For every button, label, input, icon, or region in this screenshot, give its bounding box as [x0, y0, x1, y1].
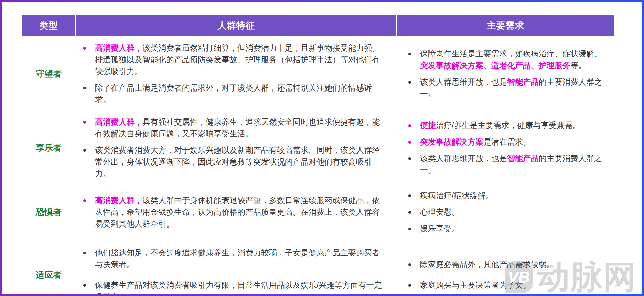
text-segment: 疾病治疗/症状缓解。 — [420, 191, 493, 200]
table-row: 恐惧者高消费人群，该类人群由于身体机能衰退较严重，多数日常连续服药或保健品，依从… — [22, 184, 614, 240]
bullet-item: 该类人群思维开放，也是智能产品的主要消费人群之一。 — [406, 76, 611, 99]
text-segment: 智能产品 — [507, 154, 539, 163]
text-segment: 他们豁达知足，不会过度追求健康养生，消费力较弱，子女是健康产品主要购买者与决策者… — [95, 248, 380, 269]
bullet-item: 保健养生产品对该类消费者吸引力有限，日常生活用品以及娱乐/兴趣等方面有一定吸引力… — [80, 279, 390, 294]
bullet-text: 除了在产品上满足消费者的需求外，对于该类人群，还需特别关注她们的情感诉求。 — [95, 82, 385, 105]
needs-cell: 除家庭必需品外，其他产品需求较弱。家庭购买与主要决策者为子女。 — [396, 240, 614, 294]
text-segment: 该类人群思维开放，也是 — [420, 154, 507, 163]
row-type-label: 享乐者 — [36, 142, 62, 154]
bullet-item: 保障老年生活是主要需求，如疾病治疗、症状缓解、突发事故解决方案、适老化产品、护理… — [406, 48, 611, 71]
bullet-item: 该类消费者消费大方，对于娱乐兴趣以及新潮产品有较高需求。同时，该类人群经常外出，… — [80, 144, 390, 179]
bullet-item: 娱乐享受。 — [406, 223, 611, 234]
bullet-text: 除家庭必需品外，其他产品需求较弱。 — [420, 258, 604, 270]
bullet-icon — [83, 47, 86, 50]
bullet-item: 疾病治疗/症状缓解。 — [406, 190, 611, 201]
text-segment: 保障老年生活是主要需求，如疾病治疗、症状缓解、 — [420, 49, 602, 58]
row-type-label: 守望者 — [36, 68, 62, 80]
bullet-item: 家庭购买与主要决策者为子女。 — [406, 279, 611, 291]
header-cell-needs: 主要需求 — [396, 15, 614, 36]
text-segment: 除了在产品上满足消费者的需求外，对于该类人群，还需特别关注她们的情感诉求。 — [95, 83, 372, 104]
table-header-row: 类型 人群特征 主要需求 — [22, 15, 614, 36]
bullet-text: 保障老年生活是主要需求，如疾病治疗、症状缓解、突发事故解决方案、适老化产品、护理… — [420, 48, 604, 71]
bullet-icon — [83, 252, 86, 254]
bullet-icon — [408, 284, 411, 287]
header-cell-type: 类型 — [22, 15, 75, 36]
bullet-icon — [408, 228, 411, 230]
text-segment: 智能产品 — [507, 77, 539, 86]
consumer-type-table: 类型 人群特征 主要需求 守望者高消费人群，该类消费者虽然精打细算，但消费潜力十… — [22, 15, 614, 294]
traits-cell: 他们豁达知足，不会过度追求健康养生，消费力较弱，子女是健康产品主要购买者与决策者… — [75, 240, 396, 294]
bullet-item: 除家庭必需品外，其他产品需求较弱。 — [406, 258, 611, 270]
row-type-label: 恐惧者 — [36, 207, 62, 218]
bullet-icon — [83, 87, 86, 89]
bullet-text: 娱乐享受。 — [420, 223, 604, 234]
bullet-item: 该类人群思维开放，也是智能产品的主要消费人群之一。 — [406, 152, 611, 176]
bullet-icon — [83, 149, 86, 152]
bullet-icon — [408, 157, 411, 160]
text-segment: 除家庭必需品外，其他产品需求较弱。 — [420, 260, 555, 269]
bullet-text: 该类消费者消费大方，对于娱乐兴趣以及新潮产品有较高需求。同时，该类人群经常外出，… — [95, 144, 385, 179]
bullet-text: 疾病治疗/症状缓解。 — [420, 190, 604, 201]
needs-cell: 保障老年生活是主要需求，如疾病治疗、症状缓解、突发事故解决方案、适老化产品、护理… — [396, 36, 614, 111]
text-segment: 突发事故解决方案、适老化产品、护理服务 — [420, 61, 570, 70]
row-type-label: 适应者 — [36, 269, 62, 281]
bullet-text: 该类人群思维开放，也是智能产品的主要消费人群之一。 — [420, 76, 604, 99]
text-segment: 治疗/养生是主要需求，健康与享受兼需。 — [436, 121, 580, 130]
bullet-text: 高消费人群，该类消费者虽然精打细算，但消费潜力十足，且新事物接受能力强。排遣孤独… — [95, 42, 385, 77]
bullet-text: 保健养生产品对该类消费者吸引力有限，日常生活用品以及娱乐/兴趣等方面有一定吸引力… — [95, 279, 385, 294]
bullet-item: 高消费人群，该类消费者虽然精打细算，但消费潜力十足，且新事物接受能力强。排遣孤独… — [80, 42, 390, 77]
bullet-item: 高消费人群，该类人群由于身体机能衰退较严重，多数日常连续服药或保健品，依从性高，… — [80, 194, 390, 230]
type-cell: 恐惧者 — [22, 184, 75, 240]
text-segment: 突发事故解决方案 — [420, 137, 483, 146]
bullet-icon — [83, 284, 86, 287]
window-frame: 类型 人群特征 主要需求 守望者高消费人群，该类消费者虽然精打细算，但消费潜力十… — [0, 0, 644, 296]
table-body: 守望者高消费人群，该类消费者虽然精打细算，但消费潜力十足，且新事物接受能力强。排… — [22, 36, 614, 294]
traits-cell: 高消费人群，具有强社交属性，健康养生，追求天然安全同时也追求便捷有趣，能有效解决… — [75, 111, 396, 184]
bullet-item: 除了在产品上满足消费者的需求外，对于该类人群，还需特别关注她们的情感诉求。 — [80, 82, 390, 105]
table-row: 适应者他们豁达知足，不会过度追求健康养生，消费力较弱，子女是健康产品主要购买者与… — [22, 240, 614, 294]
type-cell: 适应者 — [22, 240, 75, 294]
text-segment: 是潜在需求。 — [483, 137, 531, 146]
text-segment: 娱乐享受。 — [420, 224, 460, 233]
bullet-text: 高消费人群，该类人群由于身体机能衰退较严重，多数日常连续服药或保健品，依从性高，… — [95, 194, 385, 230]
bullet-icon — [408, 124, 411, 127]
text-segment: 该类消费者消费大方，对于娱乐兴趣以及新潮产品有较高需求。同时，该类人群经常外出，… — [95, 146, 380, 178]
traits-cell: 高消费人群，该类消费者虽然精打细算，但消费潜力十足，且新事物接受能力强。排遣孤独… — [75, 36, 396, 111]
table-row: 享乐者高消费人群，具有强社交属性，健康养生，追求天然安全同时也追求便捷有趣，能有… — [22, 111, 614, 184]
bullet-text: 便捷治疗/养生是主要需求，健康与享受兼需。 — [420, 119, 604, 131]
bullet-item: 高消费人群，具有强社交属性，健康养生，追求天然安全同时也追求便捷有趣，能有效解决… — [80, 116, 390, 139]
bullet-icon — [408, 194, 411, 197]
text-segment: 高消费人群， — [95, 196, 142, 205]
table-row: 守望者高消费人群，该类消费者虽然精打细算，但消费潜力十足，且新事物接受能力强。排… — [22, 36, 614, 111]
bullet-icon — [408, 141, 411, 144]
bullet-item: 他们豁达知足，不会过度追求健康养生，消费力较弱，子女是健康产品主要购买者与决策者… — [80, 247, 390, 270]
bullet-text: 高消费人群，具有强社交属性，健康养生，追求天然安全同时也追求便捷有趣，能有效解决… — [95, 116, 385, 139]
bullet-text: 家庭购买与主要决策者为子女。 — [420, 279, 604, 291]
bullet-item: 突发事故解决方案是潜在需求。 — [406, 136, 611, 148]
bullet-text: 突发事故解决方案是潜在需求。 — [420, 136, 604, 148]
type-cell: 享乐者 — [22, 111, 75, 184]
text-segment: 高消费人群， — [95, 43, 142, 52]
header-cell-traits: 人群特征 — [75, 15, 396, 36]
bullet-icon — [408, 53, 411, 55]
text-segment: 该类人群思维开放，也是 — [420, 77, 507, 86]
text-segment: 便捷 — [420, 121, 436, 130]
bullet-icon — [408, 81, 411, 84]
text-segment: 保健养生产品对该类消费者吸引力有限，日常生活用品以及娱乐/兴趣等方面有一定吸引力… — [95, 281, 382, 294]
bullet-text: 该类人群思维开放，也是智能产品的主要消费人群之一。 — [420, 152, 604, 176]
bullet-icon — [83, 199, 86, 202]
bullet-icon — [408, 263, 411, 266]
bullet-item: 便捷治疗/养生是主要需求，健康与享受兼需。 — [406, 119, 611, 131]
text-segment: 高消费人群， — [95, 117, 142, 126]
text-segment: 心理安慰。 — [420, 208, 460, 216]
type-cell: 守望者 — [22, 36, 75, 111]
bullet-text: 他们豁达知足，不会过度追求健康养生，消费力较弱，子女是健康产品主要购买者与决策者… — [95, 247, 385, 270]
needs-cell: 疾病治疗/症状缓解。心理安慰。娱乐享受。 — [396, 184, 614, 240]
text-segment: 等。 — [570, 61, 586, 70]
traits-cell: 高消费人群，该类人群由于身体机能衰退较严重，多数日常连续服药或保健品，依从性高，… — [75, 184, 396, 240]
bullet-icon — [83, 121, 86, 124]
text-segment: 家庭购买与主要决策者为子女。 — [420, 281, 531, 289]
needs-cell: 便捷治疗/养生是主要需求，健康与享受兼需。突发事故解决方案是潜在需求。该类人群思… — [396, 111, 614, 184]
bullet-item: 心理安慰。 — [406, 206, 611, 218]
bullet-icon — [408, 211, 411, 214]
